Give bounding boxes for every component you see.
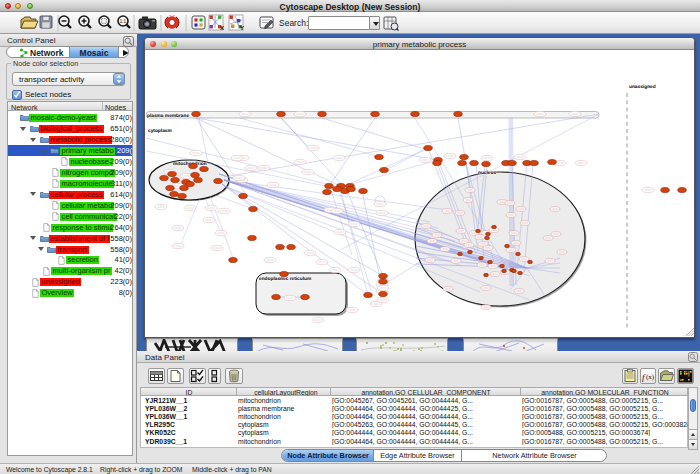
svg-text:unassigned: unassigned [629,84,656,90]
svg-text:1:1: 1:1 [120,19,127,24]
svg-text:X: X [220,25,224,31]
svg-text:Y: Y [240,25,244,31]
svg-text:Search:: Search: [279,18,308,28]
svg-text:plasma membrane: plasma membrane [147,113,189,119]
svg-text:nucleus: nucleus [478,170,496,176]
svg-text:(x): (x) [646,373,655,381]
svg-text:cytoplasm: cytoplasm [148,128,172,134]
